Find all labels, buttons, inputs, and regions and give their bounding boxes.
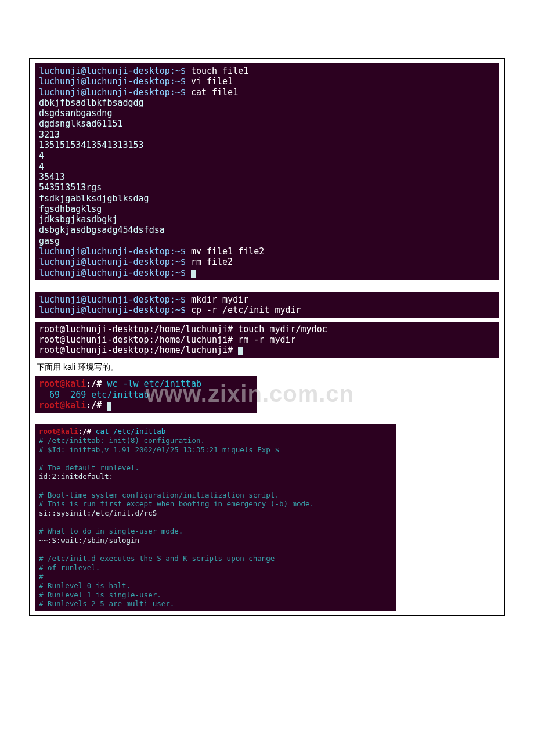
terminal-block-4: root@kali:/# wc -lw etc/inittab 69 269 e… [35, 376, 257, 413]
terminal-block-2: luchunji@luchunji-desktop:~$ mkdir mydir… [35, 292, 499, 318]
document-page: luchunji@luchunji-desktop:~$ touch file1… [29, 58, 505, 616]
terminal-block-1: luchunji@luchunji-desktop:~$ touch file1… [35, 63, 499, 280]
caption-kali: 下面用 kali 环境写的。 [37, 362, 499, 373]
terminal-block-5: root@kali:/# cat /etc/inittab # /etc/ini… [35, 424, 396, 611]
terminal-block-3: root@luchunji-desktop:/home/luchunji# to… [35, 322, 499, 358]
